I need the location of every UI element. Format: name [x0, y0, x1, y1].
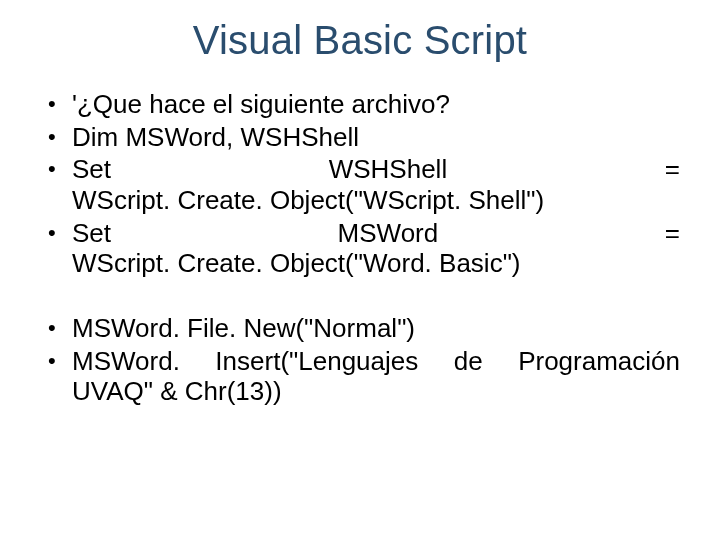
list-item: Dim MSWord, WSHShell — [40, 122, 680, 153]
slide-title: Visual Basic Script — [40, 18, 680, 63]
bullet-list: '¿Que hace el siguiente archivo? Dim MSW… — [40, 89, 680, 279]
list-item: Set WSHShell = WScript. Create. Object("… — [40, 154, 680, 215]
bullet-list-2: MSWord. File. New("Normal") MSWord. Inse… — [40, 313, 680, 407]
bullet-text: '¿Que hace el siguiente archivo? — [72, 89, 450, 119]
bullet-text-cont: WScript. Create. Object("WScript. Shell"… — [72, 185, 680, 216]
bullet-text-cont: UVAQ" & Chr(13)) — [72, 376, 680, 407]
slide: Visual Basic Script '¿Que hace el siguie… — [0, 0, 720, 540]
bullet-text: MSWord. File. New("Normal") — [72, 313, 415, 343]
bullet-text-cont: WScript. Create. Object("Word. Basic") — [72, 248, 680, 279]
spacer — [40, 281, 680, 313]
list-item: '¿Que hace el siguiente archivo? — [40, 89, 680, 120]
list-item: MSWord. File. New("Normal") — [40, 313, 680, 344]
list-item: Set MSWord = WScript. Create. Object("Wo… — [40, 218, 680, 279]
bullet-text: Set WSHShell = — [72, 154, 680, 185]
bullet-text: MSWord. Insert("Lenguajes de Programació… — [72, 346, 680, 377]
bullet-text: Dim MSWord, WSHShell — [72, 122, 359, 152]
list-item: MSWord. Insert("Lenguajes de Programació… — [40, 346, 680, 407]
bullet-text: Set MSWord = — [72, 218, 680, 249]
